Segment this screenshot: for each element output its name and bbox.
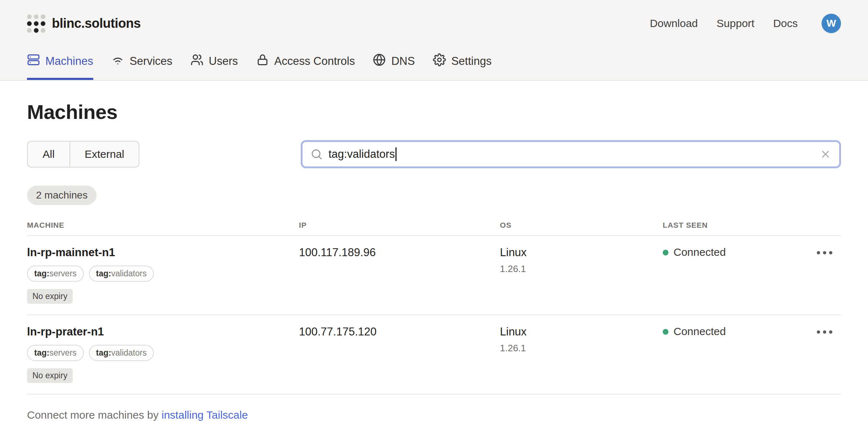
support-link[interactable]: Support (717, 17, 755, 30)
column-header-ip: IP (299, 221, 500, 230)
tab-dns[interactable]: DNS (373, 53, 415, 80)
expiry-badge: No expiry (27, 368, 73, 383)
users-icon (191, 53, 203, 69)
tab-settings[interactable]: Settings (433, 53, 492, 80)
footer-note: Connect more machines by installing Tail… (27, 409, 841, 441)
os-version: 1.26.1 (500, 343, 663, 354)
os-cell: Linux 1.26.1 (500, 325, 663, 383)
gear-icon (433, 53, 446, 69)
lock-icon (256, 53, 269, 69)
tab-machines[interactable]: Machines (27, 53, 93, 80)
main-content: Machines All External tag:validators 2 m… (0, 100, 868, 441)
tab-access-controls[interactable]: Access Controls (256, 53, 355, 80)
avatar[interactable]: W (822, 14, 841, 33)
search-input[interactable]: tag:validators (301, 140, 841, 168)
tailnet-name[interactable]: blinc.solutions (52, 16, 141, 31)
machine-cell: ln-rp-prater-n1 tag:servers tag:validato… (27, 325, 299, 383)
tab-label: Settings (451, 55, 492, 68)
tag-pill[interactable]: tag:validators (89, 345, 154, 361)
text-caret (395, 147, 397, 161)
install-tailscale-link[interactable]: installing Tailscale (162, 409, 248, 421)
actions-cell (810, 325, 841, 383)
os-version: 1.26.1 (500, 263, 663, 275)
machines-table: MACHINE IP OS LAST SEEN ln-rp-mainnet-n1… (27, 221, 841, 395)
tag-row: tag:servers tag:validators (27, 266, 299, 282)
row-menu-button[interactable] (815, 246, 835, 259)
column-header-last-seen: LAST SEEN (663, 221, 810, 230)
row-menu-button[interactable] (815, 325, 835, 339)
actions-cell (810, 246, 841, 304)
tag-pill[interactable]: tag:servers (27, 266, 84, 282)
machine-name-link[interactable]: ln-rp-prater-n1 (27, 325, 299, 338)
machine-name-link[interactable]: ln-rp-mainnet-n1 (27, 246, 299, 259)
table-header: MACHINE IP OS LAST SEEN (27, 221, 841, 236)
search-icon (310, 148, 323, 160)
machine-cell: ln-rp-mainnet-n1 tag:servers tag:validat… (27, 246, 299, 304)
ip-address[interactable]: 100.77.175.120 (299, 325, 500, 383)
ip-address[interactable]: 100.117.189.96 (299, 246, 500, 304)
tab-label: Machines (45, 55, 93, 68)
os-cell: Linux 1.26.1 (500, 246, 663, 304)
globe-icon (373, 53, 386, 69)
server-icon (27, 53, 40, 69)
tag-pill[interactable]: tag:servers (27, 345, 84, 361)
tag-row: tag:servers tag:validators (27, 345, 299, 361)
column-header-os: OS (500, 221, 663, 230)
search-value: tag:validators (328, 148, 395, 161)
table-row: ln-rp-mainnet-n1 tag:servers tag:validat… (27, 236, 841, 315)
os-name: Linux (500, 246, 663, 259)
nav-tabs: Machines Services Users (0, 53, 868, 80)
last-seen-cell: Connected (663, 325, 810, 383)
status-text: Connected (674, 246, 726, 258)
header-row: blinc.solutions Download Support Docs W (0, 0, 868, 37)
table-row: ln-rp-prater-n1 tag:servers tag:validato… (27, 315, 841, 395)
machine-filter-segmented: All External (27, 141, 139, 168)
header-links: Download Support Docs W (650, 14, 841, 33)
topbar: blinc.solutions Download Support Docs W … (0, 0, 868, 81)
tailscale-logo-icon[interactable] (27, 14, 45, 33)
wifi-icon (111, 53, 124, 69)
connected-dot-icon (663, 329, 668, 335)
tag-pill[interactable]: tag:validators (89, 266, 154, 282)
status-text: Connected (674, 325, 726, 338)
machine-count-badge: 2 machines (27, 186, 97, 205)
tab-label: Services (130, 55, 173, 68)
download-link[interactable]: Download (650, 17, 698, 30)
tab-label: Access Controls (274, 55, 355, 68)
last-seen-cell: Connected (663, 246, 810, 304)
filter-external-button[interactable]: External (70, 142, 139, 167)
tab-users[interactable]: Users (191, 53, 238, 80)
controls-row: All External tag:validators (27, 140, 841, 168)
expiry-badge: No expiry (27, 289, 73, 304)
tab-services[interactable]: Services (111, 53, 173, 80)
os-name: Linux (500, 325, 663, 338)
tab-label: Users (209, 55, 238, 68)
column-header-machine: MACHINE (27, 221, 299, 230)
docs-link[interactable]: Docs (773, 17, 798, 30)
page-title: Machines (27, 100, 841, 124)
connected-dot-icon (663, 250, 668, 255)
tab-label: DNS (391, 55, 415, 68)
clear-search-button[interactable] (820, 148, 831, 160)
footer-text: Connect more machines by (27, 409, 162, 421)
filter-all-button[interactable]: All (28, 142, 70, 167)
